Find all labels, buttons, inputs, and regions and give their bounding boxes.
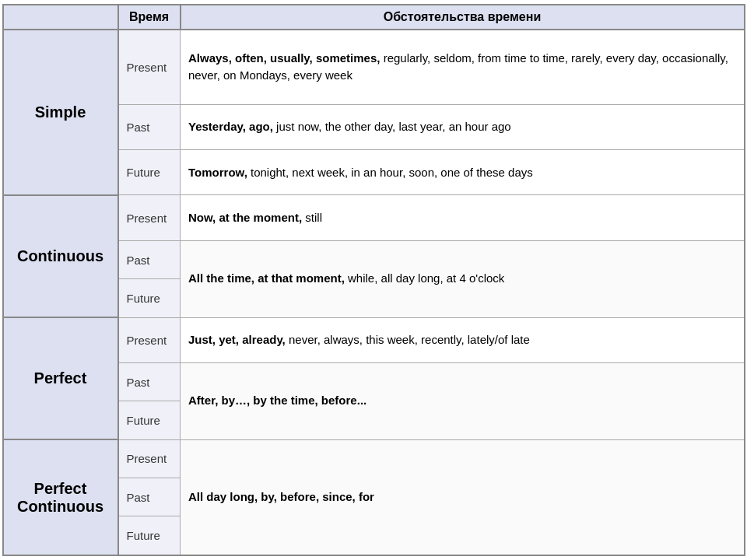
tense-label: Past: [118, 104, 181, 149]
content-cell: Tomorrow, tonight, next week, in an hour…: [181, 150, 745, 195]
main-table: Время Обстоятельства времени SimplePrese…: [2, 4, 745, 556]
table-wrapper: Время Обстоятельства времени SimplePrese…: [0, 0, 747, 560]
group-label: Continuous: [3, 195, 118, 317]
header-row: Время Обстоятельства времени: [3, 5, 745, 30]
content-bold: Tomorrow,: [188, 166, 247, 179]
tense-label: Future: [118, 150, 181, 195]
tense-label: Future: [118, 279, 181, 317]
content-cell: All day long, by, before, since, for: [181, 439, 745, 555]
tense-label: Past: [118, 362, 181, 401]
table-row: SimplePresentAlways, often, usually, som…: [3, 30, 745, 104]
table-row: PerfectPresentJust, yet, already, never,…: [3, 317, 745, 362]
content-cell: Always, often, usually, sometimes, regul…: [181, 30, 745, 104]
content-bold: Now, at the moment,: [188, 211, 302, 224]
tense-label: Past: [118, 478, 181, 516]
content-bold: Just, yet, already,: [188, 333, 286, 346]
group-label: Perfect: [3, 317, 118, 439]
header-circumstances-col: Обстоятельства времени: [181, 5, 745, 30]
content-bold: After, by…, by the time, before...: [188, 394, 366, 407]
table-row: ContinuousPresentNow, at the moment, sti…: [3, 195, 745, 240]
content-bold: Always, often, usually, sometimes,: [188, 51, 380, 65]
tense-label: Present: [118, 317, 181, 362]
header-group-col: [3, 5, 118, 30]
tense-label: Present: [118, 30, 181, 104]
tense-label: Future: [118, 516, 181, 555]
tense-label: Present: [118, 195, 181, 240]
content-bold: Yesterday, ago,: [188, 120, 273, 133]
tense-label: Future: [118, 401, 181, 439]
group-label: PerfectContinuous: [3, 439, 118, 555]
tense-label: Past: [118, 240, 181, 278]
content-cell: All the time, at that moment, while, all…: [181, 240, 745, 317]
table-row: PerfectContinuousPresentAll day long, by…: [3, 439, 745, 478]
tense-label: Present: [118, 439, 181, 478]
content-bold: All day long, by, before, since, for: [188, 490, 374, 503]
header-time-col: Время: [118, 5, 181, 30]
content-cell: After, by…, by the time, before...: [181, 362, 745, 439]
content-cell: Just, yet, already, never, always, this …: [181, 317, 745, 362]
content-bold: All the time, at that moment,: [188, 271, 345, 285]
content-cell: Now, at the moment, still: [181, 195, 745, 240]
content-cell: Yesterday, ago, just now, the other day,…: [181, 104, 745, 149]
group-label: Simple: [3, 30, 118, 195]
